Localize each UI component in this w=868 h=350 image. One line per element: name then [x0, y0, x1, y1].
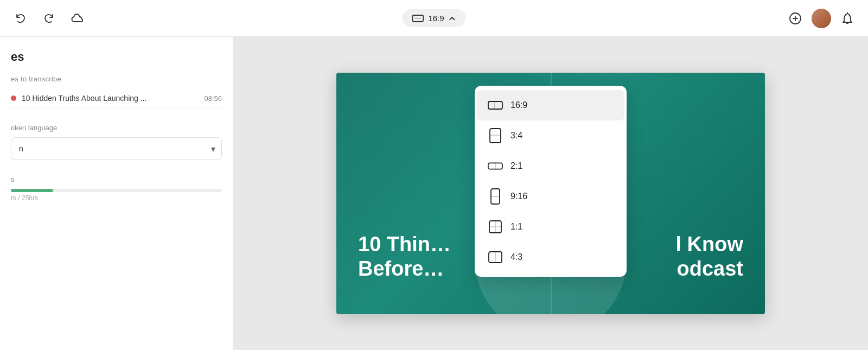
- avatar[interactable]: [812, 9, 831, 28]
- aspect-ratio-button[interactable]: 16:9: [402, 9, 465, 27]
- file-name: 10 Hidden Truths About Launching ...: [22, 94, 199, 103]
- dropdown-label-2-1: 2:1: [510, 161, 522, 171]
- dropdown-item-16-9[interactable]: 16:9: [477, 90, 624, 120]
- dropdown-item-9-16[interactable]: 9:16: [477, 181, 624, 212]
- dropdown-item-3-4[interactable]: 3:4: [477, 120, 624, 151]
- ratio-icon-3-4: [488, 128, 503, 143]
- dropdown-label-1-1: 1:1: [510, 222, 522, 232]
- files-section-label: es to transcribe: [11, 75, 222, 83]
- sidebar: es es to transcribe 10 Hidden Truths Abo…: [0, 37, 233, 350]
- undo-button[interactable]: [11, 9, 30, 28]
- ratio-icon-2-1: [488, 158, 503, 174]
- chevron-up-icon: [449, 15, 456, 22]
- language-select-wrapper: n ▾: [11, 137, 222, 160]
- file-duration: 08:56: [204, 94, 222, 103]
- toolbar-center: 16:9: [402, 9, 465, 27]
- slide-text-right: l Knowodcast: [675, 232, 743, 282]
- language-select[interactable]: n: [11, 137, 222, 160]
- slide-text-left: 10 Thin…Before…: [358, 232, 451, 282]
- file-item[interactable]: 10 Hidden Truths About Launching ... 08:…: [11, 88, 222, 109]
- file-status-dot: [11, 96, 16, 101]
- svg-rect-4: [490, 129, 501, 143]
- dropdown-item-2-1[interactable]: 2:1: [477, 151, 624, 181]
- svg-rect-3: [488, 101, 502, 109]
- cloud-button[interactable]: [67, 9, 87, 28]
- ratio-icon-1-1: [488, 219, 503, 234]
- redo-icon: [43, 13, 54, 24]
- ratio-icon-9-16: [488, 189, 503, 204]
- aspect-ratio-icon: [412, 14, 424, 23]
- aspect-ratio-label: 16:9: [428, 14, 444, 23]
- ratio-icon-16-9: [488, 98, 503, 113]
- credits-bar-wrap: [11, 189, 222, 192]
- sidebar-title: es: [11, 50, 222, 64]
- toolbar: 16:9: [0, 0, 868, 37]
- undo-icon: [15, 13, 26, 24]
- credits-bar: [11, 189, 53, 192]
- credits-text: rs / 25hrs: [11, 194, 222, 202]
- spoken-language-label: oken language: [11, 124, 222, 132]
- dropdown-label-3-4: 3:4: [510, 131, 522, 141]
- dropdown-item-1-1[interactable]: 1:1: [477, 212, 624, 242]
- add-button[interactable]: [786, 9, 805, 28]
- toolbar-right: [786, 9, 857, 28]
- notifications-button[interactable]: [838, 9, 857, 28]
- aspect-ratio-dropdown: 16:9 3:4 2:1: [475, 86, 627, 277]
- credits-total: 25hrs: [22, 194, 38, 202]
- credits-used: rs: [11, 194, 16, 202]
- dropdown-item-4-3[interactable]: 4:3: [477, 242, 624, 272]
- canvas-area: 10 Thin…Before… l Knowodcast 16:9: [233, 37, 868, 350]
- toolbar-left: [11, 9, 87, 28]
- plus-icon: [789, 12, 801, 24]
- dropdown-label-16-9: 16:9: [510, 100, 527, 110]
- dropdown-label-9-16: 9:16: [510, 192, 527, 201]
- dropdown-label-4-3: 4:3: [510, 252, 522, 262]
- redo-button[interactable]: [39, 9, 59, 28]
- cloud-icon: [71, 14, 83, 23]
- credits-label: s: [11, 175, 222, 183]
- bell-icon: [842, 12, 853, 24]
- ratio-icon-4-3: [488, 250, 503, 265]
